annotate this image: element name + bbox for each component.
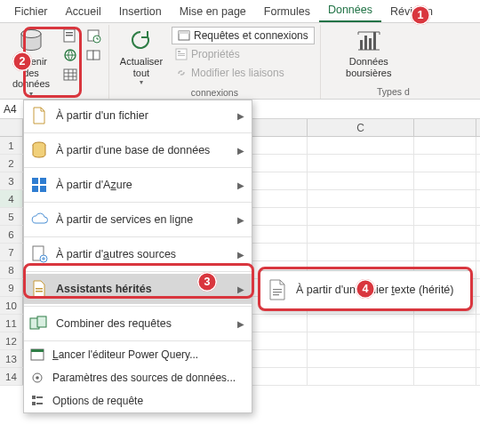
cell[interactable] — [308, 226, 414, 243]
cell[interactable] — [414, 332, 476, 349]
cell[interactable] — [308, 137, 414, 154]
svg-rect-36 — [32, 396, 36, 399]
menu-query-options[interactable]: Options de requête — [24, 389, 252, 412]
svg-rect-16 — [178, 55, 185, 56]
row-header[interactable]: 8 — [0, 261, 23, 278]
cell[interactable] — [308, 350, 414, 367]
annotation-badge-1: 1 — [411, 5, 430, 25]
cell[interactable] — [251, 244, 308, 260]
row-header[interactable]: 13 — [0, 350, 23, 367]
menu-from-file[interactable]: À partir d'un fichier ▶ — [24, 100, 252, 131]
cell[interactable] — [414, 208, 476, 225]
donnees-boursieres-button[interactable]: Données boursières — [326, 25, 412, 78]
svg-rect-41 — [273, 292, 282, 292]
from-text-icon[interactable] — [60, 27, 80, 44]
cell[interactable] — [414, 155, 476, 172]
svg-rect-15 — [178, 53, 185, 54]
from-web-icon[interactable] — [60, 46, 80, 64]
stocks-icon — [356, 28, 382, 54]
cell[interactable] — [414, 350, 476, 367]
cell[interactable] — [414, 244, 476, 260]
menu-from-azure[interactable]: À partir d'Azure ▶ — [24, 170, 252, 200]
cell[interactable] — [251, 190, 308, 207]
row-header[interactable]: 4 — [0, 190, 23, 207]
svg-rect-42 — [273, 294, 279, 295]
tab-insertion[interactable]: Insertion — [110, 2, 171, 22]
pq-icon — [29, 347, 45, 363]
row-header[interactable]: 11 — [0, 315, 23, 332]
boursieres-label: Données boursières — [328, 56, 410, 78]
col-D[interactable] — [414, 119, 476, 136]
cell[interactable] — [251, 332, 308, 349]
svg-rect-3 — [66, 32, 73, 34]
group-types: Données boursières Types d — [324, 25, 417, 99]
cell[interactable] — [251, 226, 308, 243]
chevron-right-icon: ▶ — [237, 111, 244, 121]
row-header[interactable]: 10 — [0, 297, 23, 314]
tab-fichier[interactable]: Fichier — [5, 2, 57, 22]
row-header[interactable]: 5 — [0, 208, 23, 225]
menu-from-services-label: À partir de services en ligne — [56, 213, 230, 226]
cell[interactable] — [308, 368, 414, 385]
col-C[interactable]: C — [308, 119, 414, 136]
modifier-liaisons-button[interactable]: Modifier les liaisons — [172, 64, 315, 82]
cell[interactable] — [251, 350, 308, 367]
tab-accueil[interactable]: Accueil — [57, 2, 110, 22]
menu-params-label: Paramètres des sources de données... — [52, 372, 244, 384]
menu-from-services[interactable]: À partir de services en ligne ▶ — [24, 204, 252, 235]
cell[interactable] — [308, 208, 414, 225]
menu-launch-pq[interactable]: Lancer l'éditeur Power Query... — [24, 343, 252, 366]
requetes-connexions-button[interactable]: Requêtes et connexions — [172, 27, 315, 44]
tab-miseenpage[interactable]: Mise en page — [171, 2, 255, 22]
row-header[interactable]: 7 — [0, 244, 23, 260]
menu-other-sources[interactable]: À partir d'autres sources ▶ — [24, 239, 252, 269]
cell[interactable] — [414, 226, 476, 243]
row-header[interactable]: 14 — [0, 368, 23, 385]
menu-from-db-label: À partir d'une base de données — [56, 144, 230, 156]
row-header[interactable]: 1 — [0, 137, 23, 154]
row-header[interactable]: 12 — [0, 332, 23, 349]
svg-rect-29 — [36, 291, 43, 292]
cell[interactable] — [251, 208, 308, 225]
annotation-badge-3: 3 — [197, 272, 217, 292]
cell[interactable] — [308, 244, 414, 260]
cell[interactable] — [308, 190, 414, 207]
menu-from-db[interactable]: À partir d'une base de données ▶ — [24, 135, 252, 165]
cell[interactable] — [308, 155, 414, 172]
cell[interactable] — [251, 315, 308, 332]
proprietes-button[interactable]: Propriétés — [172, 45, 315, 63]
from-table-icon[interactable] — [60, 66, 80, 84]
cell[interactable] — [251, 172, 308, 189]
cell[interactable] — [414, 190, 476, 207]
cell[interactable] — [414, 172, 476, 189]
cell[interactable] — [308, 332, 414, 349]
existing-conn-icon[interactable] — [84, 46, 103, 64]
cell[interactable] — [251, 368, 308, 385]
row-header[interactable]: 2 — [0, 155, 23, 172]
tab-donnees[interactable]: Données — [319, 0, 381, 22]
actualiser-button[interactable]: Actualiser tout ▾ — [115, 25, 168, 86]
row-header[interactable]: 9 — [0, 279, 23, 296]
tab-formules[interactable]: Formules — [255, 2, 319, 22]
cell[interactable] — [251, 155, 308, 172]
cell[interactable] — [414, 368, 476, 385]
chevron-right-icon: ▶ — [237, 215, 244, 225]
select-all-corner[interactable] — [0, 119, 23, 136]
menu-from-file-label: À partir d'un fichier — [56, 109, 230, 122]
cell[interactable] — [308, 315, 414, 332]
cell[interactable] — [251, 137, 308, 154]
menu-legacy-wizards[interactable]: Assistants hérités ▶ — [24, 274, 252, 304]
links-icon — [175, 67, 188, 79]
menu-combine[interactable]: Combiner des requêtes ▶ — [24, 308, 252, 339]
col-B[interactable] — [251, 119, 308, 136]
cell[interactable] — [308, 172, 414, 189]
row-header[interactable]: 6 — [0, 226, 23, 243]
chevron-right-icon: ▶ — [237, 284, 244, 294]
recent-sources-icon[interactable] — [84, 27, 103, 44]
cell[interactable] — [414, 137, 476, 154]
svg-rect-12 — [179, 31, 189, 34]
cell[interactable] — [414, 315, 476, 332]
row-header[interactable]: 3 — [0, 172, 23, 189]
menu-data-source-settings[interactable]: Paramètres des sources de données... — [24, 366, 252, 389]
obtenir-small-buttons-2 — [84, 25, 103, 64]
